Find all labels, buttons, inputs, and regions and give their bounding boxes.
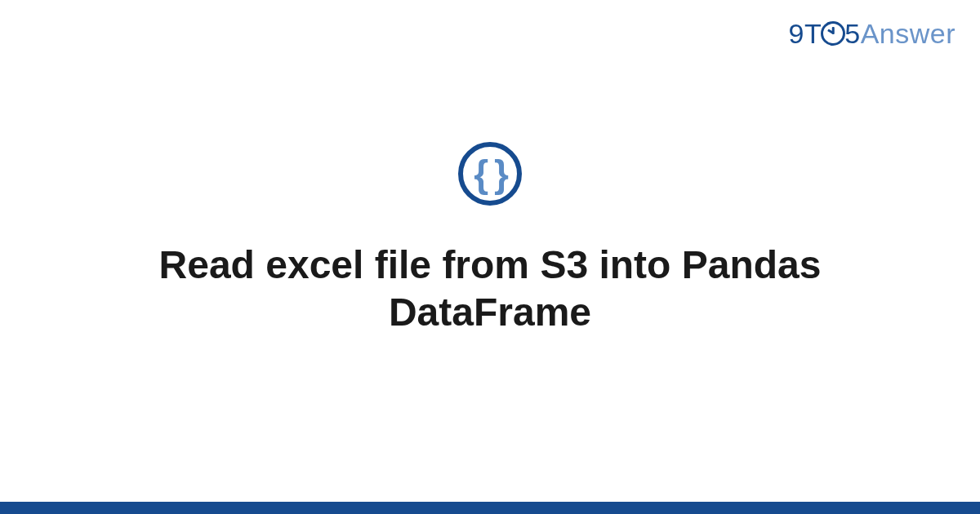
code-braces-icon: { } [458,142,522,206]
content-area: { } Read excel file from S3 into Pandas … [0,0,980,502]
braces-glyph: { } [474,155,506,193]
page-title: Read excel file from S3 into Pandas Data… [122,241,858,335]
bottom-accent-bar [0,502,980,514]
